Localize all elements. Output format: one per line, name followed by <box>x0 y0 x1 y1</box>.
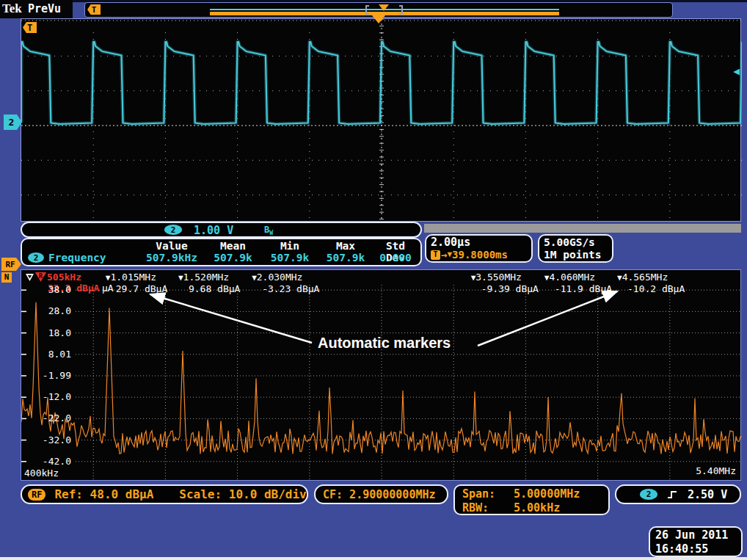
channel2-ground-badge: 2 <box>4 114 22 130</box>
y-axis-label: -42.0 <box>34 456 71 467</box>
rf-channel-badge: RF <box>1 258 21 271</box>
trigger-t-icon: T <box>87 4 101 15</box>
trigger-level-arrow-icon: ◀ <box>733 65 740 78</box>
bottom-edge <box>0 557 747 560</box>
waveform-plot <box>21 19 742 222</box>
measurement-source-badge: 2 <box>28 252 44 263</box>
measurement-stddev: 0.000 <box>374 252 418 263</box>
marker-frequency: 1.520MHz <box>183 272 230 283</box>
rf-span-box: Span: 5.00000MHz RBW: 5.00kHz <box>453 484 610 515</box>
horizontal-scale: 2.00µs <box>431 236 527 249</box>
zoom-window-bracket-right <box>399 5 403 15</box>
spectrum-marker: ▼4.565MHz -10.2 dBµA <box>617 272 685 294</box>
y-axis-label: 28.0 <box>34 305 71 316</box>
rbw-label: RBW: <box>462 501 514 514</box>
y-axis-label: -1.99 <box>34 370 71 381</box>
trigger-box: 2 2.50 V <box>615 484 741 504</box>
measurement-source-label: 2 <box>34 253 39 263</box>
reference-marker-letter: R <box>39 272 43 280</box>
marker-triangle-icon: ▼ <box>617 273 622 283</box>
spectrum-display: R 505kHz 32.3 dBµA µA ▼1.015MHz 29.7 dBµ… <box>21 269 741 481</box>
x-end-label: 5.40MHz <box>696 465 736 476</box>
spectrum-plot <box>21 270 742 481</box>
acquisition-box: 5.00GS/s 1M points <box>538 234 613 263</box>
trigger-t-label2: T <box>27 23 32 33</box>
span-label: Span: <box>462 487 514 501</box>
marker-amplitude: -9.39 dBµA <box>471 283 539 294</box>
oscilloscope-screen: { "header": { "logo": "Tek", "mode": "Pr… <box>0 0 747 560</box>
marker-amplitude: 9.68 dBµA <box>178 283 240 294</box>
rf-normal-trace-badge: N <box>1 272 12 283</box>
rbw-value: 5.00kHz <box>514 501 560 514</box>
marker-triangle-icon: ▼ <box>178 273 183 283</box>
mode-indicator: PreVu <box>28 2 61 15</box>
date: 26 Jun 2011 <box>655 528 736 542</box>
trigger-position-icon <box>372 15 385 23</box>
waveform-display: T ◀ <box>21 18 741 222</box>
rf-scale: Scale: 10.0 dB/div <box>179 487 306 501</box>
trigger-delay-t-icon: T <box>431 250 440 260</box>
channel2-ground-label: 2 <box>9 117 18 128</box>
marker-amplitude: 29.7 dBµA <box>106 283 167 294</box>
x-start-label: 400kHz <box>24 468 59 479</box>
rf-reference-box: RF Ref: 48.0 dBµA Scale: 10.0 dB/div <box>21 484 308 504</box>
measurement-mean: 507.9k <box>204 252 262 263</box>
measurement-row: 2 Frequency 507.9kHz 507.9k 507.9k 507.9… <box>22 252 420 263</box>
measurement-name: Frequency <box>48 252 106 263</box>
marker-amplitude: -10.2 dBµA <box>617 283 685 294</box>
y-axis-label: 38.0 <box>34 284 71 295</box>
zoom-window-bracket-left <box>365 5 369 15</box>
y-axis-label: -12.0 <box>34 391 71 402</box>
trigger-source-badge: 2 <box>640 489 657 500</box>
rf-badge-bottom: RF <box>28 489 45 501</box>
trigger-t-label: T <box>92 5 97 15</box>
trigger-delay-value: 39.8000ms <box>452 249 508 261</box>
trigger-level: 2.50 V <box>688 488 727 501</box>
logo-patch: Tek PreVu <box>0 0 73 18</box>
bandwidth-limit-icon: BW <box>264 225 273 236</box>
y-axis-label: 18.0 <box>34 327 71 338</box>
channel2-scale-box: 2 1.00 V BW <box>21 222 422 238</box>
rf-cf: CF: 2.90000000MHz <box>323 488 436 501</box>
bw-w: W <box>269 230 273 236</box>
marker-frequency: 3.550MHz <box>475 272 522 283</box>
trigger-delay-readout: T → ▼ 39.8000ms <box>431 249 527 261</box>
rf-n-label: N <box>4 272 10 282</box>
y-axis-label: -22.0 <box>34 412 71 423</box>
marker-frequency: 2.030MHz <box>257 272 303 283</box>
marker-amplitude: -3.23 dBµA <box>252 283 319 294</box>
rf-cf-box: CF: 2.90000000MHz <box>314 484 448 504</box>
measurement-max: 507.9k <box>318 252 374 263</box>
rising-edge-icon <box>666 489 679 501</box>
spectrum-marker: ▼4.060MHz -11.9 dBµA <box>544 272 612 294</box>
rf-ref-level: Ref: 48.0 dBµA <box>54 487 153 501</box>
spectrum-marker: ▼1.015MHz 29.7 dBµA <box>106 272 167 294</box>
trigger-source-label: 2 <box>646 490 652 499</box>
marker-frequency: 4.565MHz <box>622 272 668 283</box>
spectrum-marker: ▼1.520MHz 9.68 dBµA <box>178 272 240 294</box>
tek-logo: Tek <box>2 1 22 16</box>
horizontal-box: 2.00µs T → ▼ 39.8000ms <box>425 234 533 263</box>
reference-marker-freq: 505kHz <box>47 272 81 283</box>
overview-trigger-position-icon <box>379 4 389 11</box>
trigger-delay-tri-icon: ▼ <box>447 249 452 261</box>
measurement-min: 507.9k <box>262 252 318 263</box>
measurement-box: Value Mean Min Max Std Dev 2 Frequency 5… <box>21 238 422 266</box>
pan-bar <box>424 224 741 233</box>
marker-amplitude: -11.9 dBµA <box>544 283 612 294</box>
spectrum-marker: ▼3.550MHz -9.39 dBµA <box>471 272 539 294</box>
spectrum-marker: ▼2.030MHz -3.23 dBµA <box>252 272 319 294</box>
record-length: 1M points <box>544 249 608 261</box>
time: 16:40:55 <box>655 542 736 556</box>
marker-frequency: 4.060MHz <box>549 272 595 283</box>
sample-rate: 5.00GS/s <box>544 236 608 249</box>
y-axis-label: 8.01 <box>34 349 71 360</box>
rf-badge-label: RF <box>5 260 17 269</box>
channel2-badge: 2 <box>164 225 182 235</box>
datetime-box: 26 Jun 2011 16:40:55 <box>649 526 743 557</box>
measurement-value: 507.9kHz <box>139 252 204 263</box>
channel2-scale: 1.00 V <box>194 224 233 237</box>
marker-triangle-icon: ▼ <box>252 273 257 283</box>
annotation-text: Automatic markers <box>318 335 451 352</box>
y-axis-label: -32.0 <box>34 434 71 446</box>
